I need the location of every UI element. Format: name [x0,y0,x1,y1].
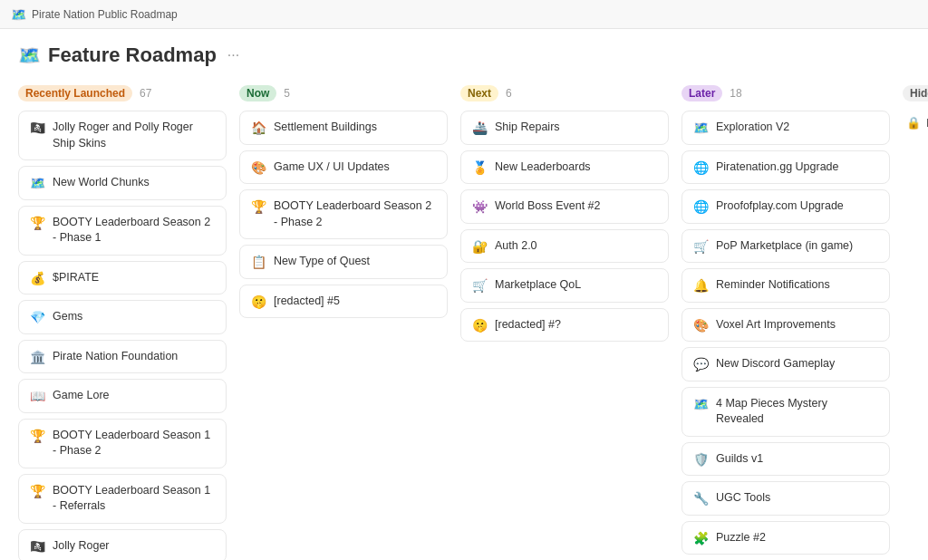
card-icon: 🛒 [472,278,488,293]
card[interactable]: 🛒PoP Marketplace (in game) [682,229,890,264]
card-text: New Leaderboards [495,159,591,176]
card-text: BOOTY Leaderboard Season 1 - Phase 2 [53,428,215,459]
card-text: New World Chunks [53,175,150,191]
column-count-now: 5 [284,87,290,100]
card[interactable]: 💎Gems [18,300,227,334]
column-header-later: Later18 [682,85,890,101]
card[interactable]: 🏴‍☠️Jolly Roger [18,529,227,561]
card-text: BOOTY Leaderboard Season 2 - Phase 2 [274,198,436,230]
card[interactable]: 🛒Marketplace QoL [460,268,669,303]
column-next: Next6🚢Ship Repairs🏅New Leaderboards👾Worl… [460,85,669,347]
card[interactable]: 🗺️4 Map Pieces Mystery Revealed [682,387,890,437]
app-title: Pirate Nation Public Roadmap [32,8,178,21]
card[interactable]: 🏆BOOTY Leaderboard Season 2 - Phase 2 [239,189,448,239]
column-header-next: Next6 [460,85,669,101]
card-icon: 🛒 [693,239,709,254]
card[interactable]: 🏆BOOTY Leaderboard Season 1 - Phase 2 [18,419,227,468]
card[interactable]: 🗺️Exploration V2 [682,111,890,145]
card-text: World Boss Event #2 [495,198,601,215]
card[interactable]: 🏛️Pirate Nation Foundation [18,340,227,374]
column-label-recently-launched: Recently Launched [18,85,132,101]
column-header-recently-launched: Recently Launched67 [18,85,227,101]
card-text: Guilds v1 [716,451,763,468]
page-content: 🗺️ Feature Roadmap ··· Recently Launched… [0,29,928,560]
card[interactable]: 🤫[redacted] #5 [239,285,448,319]
card-icon: 🎨 [693,318,709,333]
card[interactable]: 🔧UGC Tools [682,481,890,516]
card-icon: 🏛️ [30,350,45,364]
card-text: Game Lore [53,388,110,404]
card-text: BOOTY Leaderboard Season 1 - Referrals [53,483,215,515]
column-now: Now5🏠Settlement Buildings🎨Game UX / UI U… [239,85,448,323]
card-text: PoP Marketplace (in game) [716,238,853,255]
card-icon: 🏅 [472,160,488,175]
column-count-later: 18 [730,87,741,100]
card-text: Auth 2.0 [495,238,537,255]
card[interactable]: 🌐Proofofplay.com Upgrade [682,189,890,224]
card[interactable]: 💬New Discord Gameplay [682,347,890,381]
column-recently-launched: Recently Launched67🏴‍☠️Jolly Roger and P… [18,85,227,560]
column-count-recently-launched: 67 [140,87,151,100]
card[interactable]: 🤫[redacted] #? [460,308,669,343]
card[interactable]: 📋New Type of Quest [239,245,448,279]
card-icon: 🗺️ [30,176,45,190]
card-text: Proofofplay.com Upgrade [716,198,844,215]
card-text: Voxel Art Improvements [716,317,836,333]
card-icon: 🏴‍☠️ [30,539,45,554]
lock-icon: 🔒 [906,116,921,130]
card[interactable]: 🏆BOOTY Leaderboard Season 1 - Referrals [18,474,227,524]
card[interactable]: 👾World Boss Event #2 [460,189,669,224]
card-icon: 🎨 [251,160,266,175]
card-icon: 🤫 [251,294,266,309]
card-icon: 🔧 [693,491,709,506]
card-text: Marketplace QoL [495,277,581,294]
column-label-later: Later [682,85,722,101]
card-text: Ship Repairs [495,120,560,136]
card[interactable]: 🏴‍☠️Jolly Roger and Polly Roger Ship Ski… [18,111,227,160]
card[interactable]: 🧩Puzzle #2 [682,521,890,555]
card[interactable]: 🎨Game UX / UI Updates [239,150,448,185]
card-icon: 🌐 [693,160,709,175]
card-icon: 🏴‍☠️ [30,121,45,135]
top-bar: 🗺️ Pirate Nation Public Roadmap [0,0,928,29]
column-header-now: Now5 [239,85,448,101]
card[interactable]: 💰$PIRATE [18,261,227,295]
card[interactable]: 🛡️Guilds v1 [682,442,890,477]
card-icon: 🏆 [251,199,266,214]
card[interactable]: 🏅New Leaderboards [460,150,669,185]
card[interactable]: 🗺️New World Chunks [18,166,227,200]
column-label-now: Now [239,85,276,101]
card-text: New Discord Gameplay [716,356,835,372]
card[interactable]: 🔐Auth 2.0 [460,229,669,264]
card-text: Exploration V2 [716,120,789,136]
card[interactable]: 🌐Piratenation.gg Upgrade [682,150,890,185]
app-icon: 🗺️ [11,7,26,22]
card-icon: 💰 [30,271,45,285]
card[interactable]: 🚢Ship Repairs [460,111,669,145]
page-title: 🗺️ Feature Roadmap [18,43,217,67]
card[interactable]: 📖Game Lore [18,379,227,413]
card-icon: 🗺️ [693,121,709,135]
more-options-button[interactable]: ··· [224,45,243,65]
card-text: Piratenation.gg Upgrade [716,159,839,176]
card-text: 4 Map Pieces Mystery Revealed [716,396,878,428]
card-text: Gems [53,309,82,325]
card-text: New Type of Quest [274,254,370,270]
card-text: Jolly Roger and Polly Roger Ship Skins [53,120,215,151]
page-header: 🗺️ Feature Roadmap ··· [18,43,910,67]
card[interactable]: 🎨Voxel Art Improvements [682,308,890,343]
card-text: UGC Tools [716,490,770,507]
card[interactable]: 🏠Settlement Buildings [239,111,448,145]
card-icon: 🤫 [472,318,488,333]
card-icon: 🔐 [472,239,488,254]
card[interactable]: 🔔Reminder Notifications [682,268,890,303]
card[interactable]: 🏆BOOTY Leaderboard Season 2 - Phase 1 [18,206,227,256]
card-icon: 🔔 [693,278,709,293]
column-count-next: 6 [506,87,512,100]
page-title-text: Feature Roadmap [48,43,217,67]
page-title-icon: 🗺️ [18,44,41,66]
card-text: [redacted] #? [495,317,561,333]
card-icon: 📋 [251,255,266,269]
card-icon: 🏆 [30,429,45,443]
hidden-item: 🔒No S... [903,111,928,135]
